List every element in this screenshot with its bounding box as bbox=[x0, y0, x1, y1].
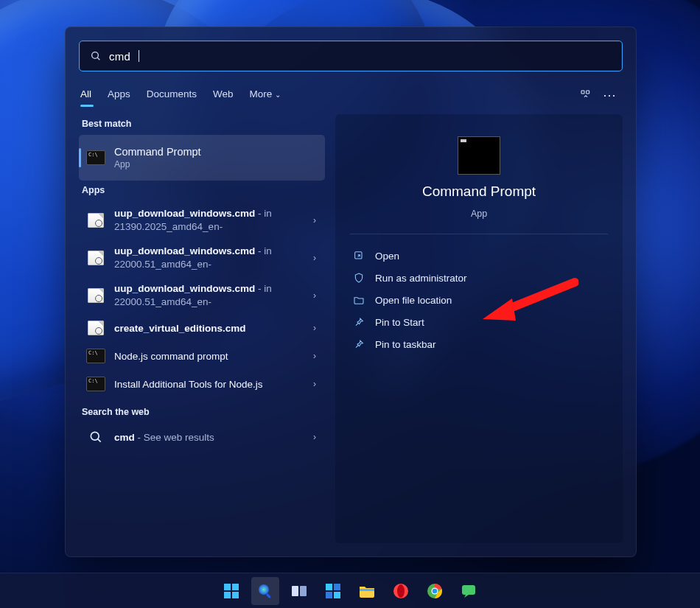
svg-point-22 bbox=[397, 584, 405, 598]
preview-pane: Command Prompt App Open Run as administr… bbox=[335, 114, 623, 543]
svg-rect-26 bbox=[462, 585, 475, 595]
open-icon bbox=[353, 250, 365, 262]
svg-rect-13 bbox=[266, 593, 271, 598]
result-app-4[interactable]: Node.js command prompt › bbox=[79, 342, 325, 370]
result-title: uup_download_windows.cmd - in 22000.51_a… bbox=[114, 245, 300, 270]
svg-line-5 bbox=[98, 439, 101, 442]
widgets-button[interactable] bbox=[319, 577, 347, 605]
svg-rect-17 bbox=[334, 584, 340, 590]
tab-apps[interactable]: Apps bbox=[108, 85, 130, 105]
taskbar-search-button[interactable] bbox=[251, 577, 279, 605]
chevron-down-icon: ⌄ bbox=[275, 91, 281, 99]
chrome-icon bbox=[426, 582, 444, 600]
start-search-panel: cmd All Apps Documents Web More⌄ ⋯ Best … bbox=[65, 27, 637, 557]
widgets-icon bbox=[324, 582, 342, 600]
taskbar bbox=[0, 573, 700, 608]
svg-point-4 bbox=[91, 433, 99, 441]
result-best-match[interactable]: Command Prompt App bbox=[79, 135, 325, 181]
action-run-as-admin[interactable]: Run as administrator bbox=[350, 267, 608, 289]
command-prompt-icon bbox=[86, 377, 105, 391]
batch-file-icon bbox=[88, 288, 104, 303]
more-options-button[interactable]: ⋯ bbox=[598, 85, 621, 105]
result-web[interactable]: cmd - See web results › bbox=[79, 423, 325, 451]
result-title: Install Additional Tools for Node.js bbox=[114, 378, 300, 391]
search-icon bbox=[256, 582, 274, 600]
tab-web[interactable]: Web bbox=[213, 85, 234, 105]
result-title: cmd - See web results bbox=[114, 431, 300, 444]
tab-documents[interactable]: Documents bbox=[147, 85, 197, 105]
chevron-right-icon: › bbox=[309, 432, 316, 442]
action-open[interactable]: Open bbox=[350, 245, 608, 267]
svg-point-25 bbox=[433, 588, 438, 593]
search-icon bbox=[90, 50, 102, 62]
chevron-right-icon: › bbox=[309, 253, 316, 263]
result-app-3[interactable]: create_virtual_editions.cmd › bbox=[79, 314, 325, 342]
tab-more[interactable]: More⌄ bbox=[250, 85, 281, 105]
svg-rect-14 bbox=[292, 586, 298, 596]
action-open-file-location[interactable]: Open file location bbox=[350, 289, 608, 311]
task-view-icon bbox=[290, 582, 308, 600]
svg-rect-16 bbox=[326, 584, 332, 590]
action-label: Pin to taskbar bbox=[375, 339, 436, 350]
action-label: Run as administrator bbox=[375, 273, 467, 284]
result-app-2[interactable]: uup_download_windows.cmd - in 22000.51_a… bbox=[79, 276, 325, 314]
result-title: create_virtual_editions.cmd bbox=[114, 322, 300, 335]
search-query-text: cmd bbox=[109, 50, 130, 63]
batch-file-icon bbox=[88, 213, 104, 228]
svg-rect-10 bbox=[224, 592, 231, 598]
result-title: Node.js command prompt bbox=[114, 350, 300, 363]
chevron-right-icon: › bbox=[309, 379, 316, 389]
action-pin-to-taskbar[interactable]: Pin to taskbar bbox=[350, 333, 608, 355]
chevron-right-icon: › bbox=[309, 323, 316, 333]
svg-rect-18 bbox=[326, 592, 332, 598]
search-input[interactable]: cmd bbox=[79, 41, 623, 71]
command-prompt-icon bbox=[86, 150, 105, 165]
result-title: uup_download_windows.cmd - in 22000.51_a… bbox=[114, 282, 300, 308]
web-header: Search the web bbox=[82, 407, 325, 417]
preview-title: Command Prompt bbox=[422, 184, 536, 200]
shield-icon bbox=[353, 272, 365, 284]
svg-rect-15 bbox=[300, 586, 307, 596]
command-prompt-icon bbox=[86, 349, 105, 363]
folder-icon bbox=[353, 294, 365, 306]
start-button[interactable] bbox=[217, 577, 245, 605]
batch-file-icon bbox=[88, 321, 104, 335]
chevron-right-icon: › bbox=[309, 215, 316, 226]
action-pin-to-start[interactable]: Pin to Start bbox=[350, 311, 608, 333]
svg-rect-20 bbox=[360, 589, 374, 591]
opera-button[interactable] bbox=[387, 577, 415, 605]
action-label: Pin to Start bbox=[375, 317, 424, 328]
command-prompt-icon bbox=[458, 136, 500, 175]
pin-icon bbox=[353, 316, 365, 328]
selection-accent bbox=[79, 148, 81, 167]
svg-rect-19 bbox=[334, 592, 340, 598]
result-app-1[interactable]: uup_download_windows.cmd - in 22000.51_a… bbox=[79, 239, 325, 276]
batch-file-icon bbox=[88, 251, 104, 265]
search-icon bbox=[87, 430, 105, 444]
tab-all[interactable]: All bbox=[80, 85, 91, 105]
file-explorer-button[interactable] bbox=[353, 577, 381, 605]
chrome-button[interactable] bbox=[421, 577, 449, 605]
apps-header: Apps bbox=[82, 185, 325, 195]
svg-rect-9 bbox=[232, 584, 239, 590]
results-list: Best match Command Prompt App Apps uup_d… bbox=[79, 114, 325, 543]
top-apps-button[interactable] bbox=[574, 85, 598, 105]
chevron-right-icon: › bbox=[309, 351, 316, 361]
svg-rect-2 bbox=[581, 91, 584, 94]
result-title: Command Prompt bbox=[114, 145, 316, 159]
chat-button[interactable] bbox=[455, 577, 483, 605]
chevron-right-icon: › bbox=[309, 290, 316, 301]
text-caret bbox=[139, 50, 139, 62]
svg-rect-3 bbox=[587, 91, 589, 94]
result-app-0[interactable]: uup_download_windows.cmd - in 21390.2025… bbox=[79, 201, 325, 239]
result-app-5[interactable]: Install Additional Tools for Node.js › bbox=[79, 370, 325, 398]
svg-rect-11 bbox=[232, 592, 239, 598]
preview-actions: Open Run as administrator Open file loca… bbox=[350, 245, 608, 355]
svg-line-1 bbox=[97, 57, 99, 60]
chat-icon bbox=[460, 582, 477, 600]
pin-icon bbox=[353, 338, 365, 350]
svg-point-0 bbox=[92, 52, 99, 59]
task-view-button[interactable] bbox=[285, 577, 313, 605]
svg-point-12 bbox=[259, 584, 269, 595]
action-label: Open file location bbox=[375, 295, 452, 306]
